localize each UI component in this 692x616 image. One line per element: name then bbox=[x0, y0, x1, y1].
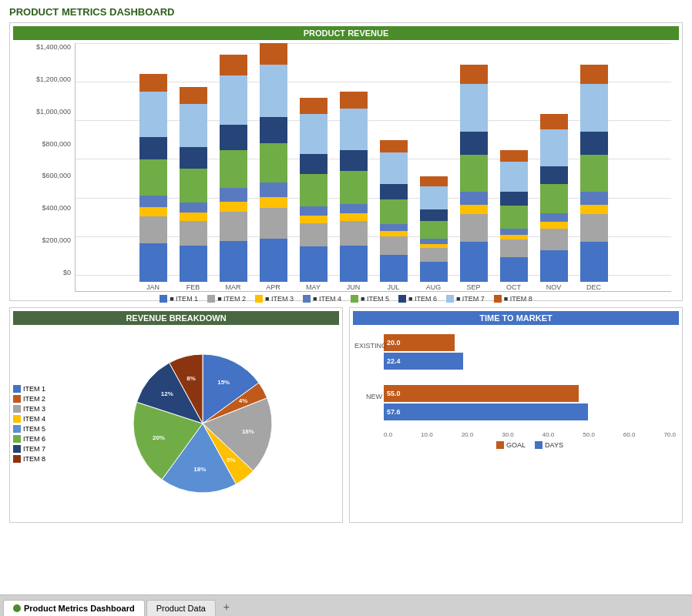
bar-segment-item6 bbox=[139, 137, 167, 159]
bar-segment-item3 bbox=[260, 197, 287, 208]
legend-item-item-6: ■ ITEM 6 bbox=[398, 295, 437, 303]
bar-segment-item2 bbox=[380, 236, 408, 254]
bar-month-oct: OCT bbox=[495, 150, 533, 291]
bar-segment-item8 bbox=[380, 140, 408, 152]
bar-segment-item6 bbox=[340, 150, 368, 171]
stacked-bar-feb[interactable] bbox=[180, 87, 207, 282]
ttm-new-goal-row: 55.0 bbox=[384, 385, 676, 402]
tabs-bar: Product Metrics Dashboard Product Data + bbox=[0, 594, 692, 616]
stacked-bar-apr[interactable] bbox=[260, 43, 287, 282]
month-label-oct: OCT bbox=[506, 283, 521, 291]
bar-segment-item8 bbox=[420, 176, 448, 186]
tab-product-data[interactable]: Product Data bbox=[146, 600, 216, 616]
bar-segment-item4 bbox=[380, 224, 408, 231]
pie-legend-item-6: ITEM 7 bbox=[13, 445, 59, 453]
bar-segment-item3 bbox=[300, 216, 328, 223]
pie-legend-color-7 bbox=[13, 455, 21, 463]
month-label-mar: MAR bbox=[226, 283, 241, 291]
bar-segment-item3 bbox=[340, 213, 368, 221]
bar-segment-item7 bbox=[340, 109, 368, 150]
bar-segment-item5 bbox=[300, 174, 328, 206]
tab-product-data-label: Product Data bbox=[156, 604, 206, 613]
bar-segment-item2 bbox=[500, 239, 528, 256]
bar-segment-item6 bbox=[580, 132, 608, 156]
bar-segment-item8 bbox=[340, 92, 368, 109]
tab-product-metrics-label: Product Metrics Dashboard bbox=[24, 604, 135, 613]
bar-month-apr: APR bbox=[254, 43, 293, 291]
stacked-bar-nov[interactable] bbox=[540, 114, 568, 282]
legend-label-item3: ■ ITEM 3 bbox=[265, 295, 294, 303]
bar-segment-item5 bbox=[180, 169, 207, 203]
pie-label-6: 12% bbox=[160, 390, 173, 397]
ttm-x-label: 0.0 bbox=[384, 431, 392, 438]
bar-segment-item1 bbox=[540, 250, 568, 282]
bar-segment-item7 bbox=[420, 186, 448, 210]
pie-legend-color-3 bbox=[13, 415, 21, 423]
legend-label-item8: ■ ITEM 8 bbox=[504, 295, 532, 303]
ttm-existing-days-bar: 22.4 bbox=[384, 353, 463, 370]
month-label-jan: JAN bbox=[146, 283, 160, 291]
stacked-bar-jun[interactable] bbox=[340, 92, 368, 282]
stacked-bar-aug[interactable] bbox=[420, 176, 448, 282]
bar-segment-item4 bbox=[340, 204, 368, 213]
legend-item-item-1: ■ ITEM 1 bbox=[160, 295, 198, 303]
y-label-600k: $600,000 bbox=[21, 172, 71, 179]
stacked-bar-mar[interactable] bbox=[220, 55, 247, 282]
pie-legend-item-2: ITEM 3 bbox=[13, 405, 59, 413]
bottom-section: REVENUE BREAKDOWN ITEM 1ITEM 2ITEM 3ITEM… bbox=[9, 307, 683, 523]
pie-legend-color-5 bbox=[13, 435, 21, 443]
stacked-bar-jan[interactable] bbox=[139, 74, 167, 282]
bar-segment-item8 bbox=[500, 150, 528, 162]
ttm-x-label: 10.0 bbox=[421, 431, 433, 438]
legend-label-item7: ■ ITEM 7 bbox=[456, 295, 485, 303]
ttm-new-goal-bar: 55.0 bbox=[384, 385, 579, 402]
pie-label-4: 18% bbox=[193, 466, 206, 473]
stacked-bar-dec[interactable] bbox=[580, 65, 608, 282]
legend-color-item6 bbox=[398, 295, 406, 303]
legend-item-item-8: ■ ITEM 8 bbox=[494, 295, 532, 303]
bar-segment-item2 bbox=[460, 214, 488, 242]
ttm-content: EXISTING20.022.4NEW55.057.60.010.020.030… bbox=[353, 328, 679, 519]
legend-label-item6: ■ ITEM 6 bbox=[408, 295, 437, 303]
month-label-nov: NOV bbox=[546, 283, 562, 291]
bar-segment-item8 bbox=[260, 43, 287, 65]
bar-segment-item7 bbox=[500, 162, 528, 191]
breakdown-container: REVENUE BREAKDOWN ITEM 1ITEM 2ITEM 3ITEM… bbox=[9, 307, 343, 523]
pie-legend-item-3: ITEM 4 bbox=[13, 415, 59, 423]
ttm-x-label: 20.0 bbox=[462, 431, 474, 438]
bar-segment-item6 bbox=[220, 125, 247, 149]
main-container: PRODUCT METRICS DASHBOARD PRODUCT REVENU… bbox=[0, 0, 692, 616]
bar-segment-item1 bbox=[220, 241, 247, 282]
pie-legend-label-0: ITEM 1 bbox=[23, 385, 45, 393]
stacked-bar-jul[interactable] bbox=[380, 140, 408, 282]
stacked-bar-oct[interactable] bbox=[500, 150, 528, 282]
month-label-feb: FEB bbox=[186, 283, 200, 291]
bar-segment-item1 bbox=[180, 246, 207, 282]
ttm-legend-item-goal: GOAL bbox=[496, 441, 526, 449]
bar-segment-item1 bbox=[139, 243, 167, 282]
ttm-existing-days-row: 22.4 bbox=[384, 353, 676, 370]
ttm-legend-label-goal: GOAL bbox=[506, 441, 526, 449]
stacked-bar-may[interactable] bbox=[300, 98, 328, 282]
legend-label-item5: ■ ITEM 5 bbox=[361, 295, 389, 303]
legend-color-item1 bbox=[160, 295, 167, 303]
pie-label-5: 20% bbox=[152, 434, 164, 441]
month-label-aug: AUG bbox=[426, 283, 442, 291]
bar-segment-item8 bbox=[220, 55, 247, 75]
legend-item-item-4: ■ ITEM 4 bbox=[303, 295, 341, 303]
revenue-chart-container: PRODUCT REVENUE $0 $200,000 $400,000 $60… bbox=[9, 22, 683, 301]
bar-segment-item4 bbox=[500, 229, 528, 235]
bar-segment-item2 bbox=[139, 216, 167, 243]
ttm-x-label: 40.0 bbox=[543, 431, 555, 438]
tab-product-metrics-dashboard[interactable]: Product Metrics Dashboard bbox=[3, 600, 145, 616]
month-label-may: MAY bbox=[306, 283, 321, 291]
bar-segment-item6 bbox=[460, 132, 488, 156]
bar-segment-item5 bbox=[580, 155, 608, 192]
bar-month-jan: JAN bbox=[134, 74, 173, 291]
pie-legend-item-1: ITEM 2 bbox=[13, 395, 59, 403]
stacked-bar-sep[interactable] bbox=[460, 65, 488, 282]
tab-add-button[interactable]: + bbox=[217, 598, 236, 616]
bar-segment-item2 bbox=[580, 214, 608, 242]
ttm-x-label: 30.0 bbox=[502, 431, 514, 438]
bar-segment-item5 bbox=[540, 184, 568, 213]
